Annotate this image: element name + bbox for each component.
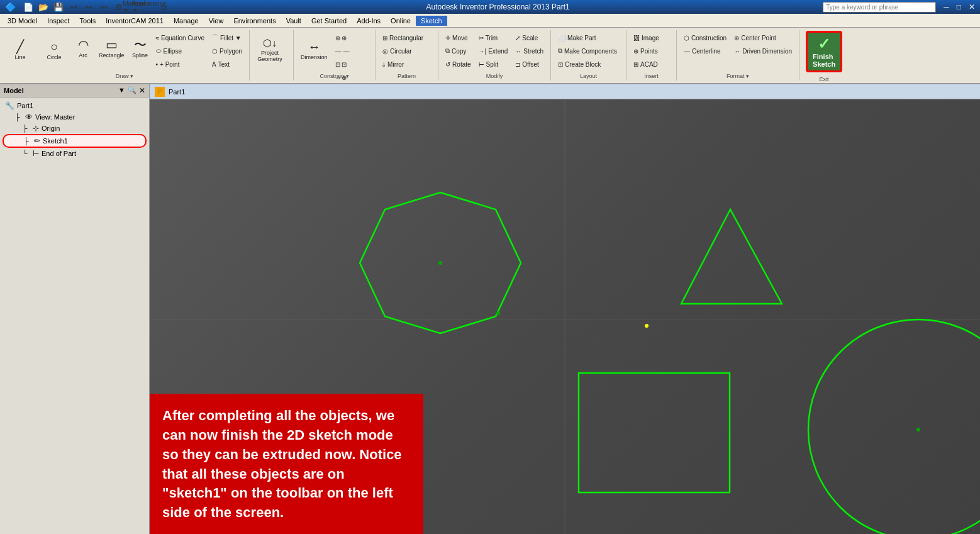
panel-search-icon[interactable]: 🔍 — [128, 86, 136, 95]
canvas-area[interactable]: P Part1 Aft — [150, 84, 980, 534]
titlebar-left: 🔷 📄 📂 💾 ↩ ↪ ↩ ⚙ Material ▼ Appearance ▼ … — [5, 1, 173, 13]
copy-button[interactable]: ⧉ Copy — [442, 45, 474, 57]
model-tree: 🔧 Part1 ├ 👁 View: Master ├ ⊹ Origin ├ ✏ … — [0, 97, 149, 534]
menu-environments[interactable]: Environments — [228, 16, 281, 26]
redo-button[interactable]: ↪ — [82, 1, 95, 13]
driven-dimension-button[interactable]: ↔ Driven Dimension — [731, 45, 795, 57]
project-geometry-group: ⬡↓ ProjectGeometry — [250, 30, 294, 81]
project-geometry-button[interactable]: ⬡↓ ProjectGeometry — [253, 31, 286, 69]
coincident-button[interactable]: ⊕ ⊕ — [332, 31, 353, 44]
tree-item-end-label: End of Part — [42, 150, 76, 157]
tree-item-end-of-part[interactable]: └ ⊢ End of Part — [3, 148, 147, 159]
extend-button[interactable]: →| Extend — [476, 45, 511, 57]
open-button[interactable]: 📂 — [37, 1, 50, 13]
spline-icon: 〜 — [134, 38, 147, 51]
pattern-label: Pattern — [376, 73, 438, 79]
fillet-button[interactable]: ⌒Fillet ▼ — [209, 31, 245, 44]
dimension-button[interactable]: ↔ Dimension — [298, 31, 331, 69]
circle-button[interactable]: ○ Circle — [38, 31, 70, 69]
trim-button[interactable]: ✂ Trim — [476, 31, 511, 44]
part-icon: 🔧 — [5, 101, 14, 110]
maximize-button[interactable]: □ — [957, 3, 961, 11]
rectangle-button[interactable]: ▭ Rectangle — [96, 31, 128, 65]
search-input[interactable] — [823, 2, 936, 13]
undo2-button[interactable]: ↩ — [97, 1, 110, 13]
centerline-button[interactable]: — Centerline — [681, 45, 730, 57]
formula-button[interactable]: fx — [158, 1, 170, 13]
move-button[interactable]: ✛ Move — [442, 31, 474, 44]
menu-inventorcam[interactable]: InventorCAM 2011 — [101, 16, 169, 26]
stretch-button[interactable]: ↔ Stretch — [512, 45, 547, 57]
save-button[interactable]: 💾 — [52, 1, 65, 13]
point-button[interactable]: •+ Point — [153, 58, 208, 70]
scale-button[interactable]: ⤢ Scale — [512, 31, 547, 44]
image-button[interactable]: 🖼 Image — [630, 31, 662, 44]
pattern-group: ⊞ Rectangular ◎ Circular ⫰ Mirror Patter… — [376, 30, 438, 81]
spline-button[interactable]: 〜 Spline — [129, 31, 152, 65]
circular-button[interactable]: ◎ Circular — [379, 45, 426, 57]
split-button[interactable]: ⊢ Split — [476, 58, 511, 70]
ellipse-button[interactable]: ⬭Ellipse — [153, 45, 208, 57]
new-button[interactable]: 📄 — [22, 1, 35, 13]
format-tools: ⬡ Construction — Centerline ⊕ Center Poi… — [681, 31, 795, 79]
octagon-point — [496, 311, 500, 315]
collinear-button[interactable]: — — — [332, 45, 353, 57]
menu-sketch[interactable]: Sketch — [416, 16, 447, 26]
points-button[interactable]: ⊕ Points — [630, 45, 662, 57]
tree-item-origin-label: Origin — [42, 125, 60, 132]
construction-button[interactable]: ⬡ Construction — [681, 31, 730, 44]
titlebar: 🔷 📄 📂 💾 ↩ ↪ ↩ ⚙ Material ▼ Appearance ▼ … — [0, 0, 980, 14]
tree-item-view-master[interactable]: ├ 👁 View: Master — [3, 111, 147, 123]
rotate-button[interactable]: ↺ Rotate — [442, 58, 474, 70]
tree-item-origin[interactable]: ├ ⊹ Origin — [3, 123, 147, 134]
constrain-tools: ↔ Dimension ⊕ ⊕ — — ⊡ ⊡ ↔⊕ — [298, 31, 352, 92]
rectangular-button[interactable]: ⊞ Rectangular — [379, 31, 426, 44]
main-area: Model ▼ 🔍 ✕ 🔧 Part1 ├ 👁 View: Master ├ — [0, 84, 980, 534]
menu-tools[interactable]: Tools — [75, 16, 101, 26]
menu-manage[interactable]: Manage — [169, 16, 204, 26]
modify-col3: ⤢ Scale ↔ Stretch ⊐ Offset — [512, 31, 547, 70]
constrain-label: Constrain ▾ — [294, 73, 375, 79]
menu-online[interactable]: Online — [386, 16, 416, 26]
finish-sketch-button[interactable]: ✓ FinishSketch — [806, 31, 842, 72]
annotation-text: After completing all the objects, we can… — [162, 408, 402, 520]
offset-button[interactable]: ⊐ Offset — [512, 58, 547, 70]
menu-3dmodel[interactable]: 3D Model — [3, 16, 42, 26]
menu-view[interactable]: View — [204, 16, 229, 26]
create-block-button[interactable]: ⊡ Create Block — [555, 58, 620, 70]
appearance-dropdown[interactable]: Appearance ▼ — [143, 1, 155, 13]
tree-item-sketch1[interactable]: ├ ✏ Sketch1 — [3, 134, 147, 148]
ribbon-content: ╱ Line ○ Circle ◠ Arc ▭ Rectangle 〜 Sp — [0, 28, 980, 83]
close-button[interactable]: ✕ — [969, 3, 975, 11]
menu-vault[interactable]: Vault — [281, 16, 306, 26]
minimize-button[interactable]: ─ — [944, 3, 949, 11]
make-components-button[interactable]: ⧉ Make Components — [555, 45, 620, 57]
menu-inspect[interactable]: Inspect — [42, 16, 74, 26]
panel-controls: ▼ 🔍 ✕ — [118, 86, 145, 95]
polygon-button[interactable]: ⬡Polygon — [209, 45, 245, 57]
sketch-icon: ✏ — [34, 136, 40, 145]
app-logo-icon: 🔷 — [5, 2, 16, 12]
constrain-group: ↔ Dimension ⊕ ⊕ — — ⊡ ⊡ ↔⊕ Constrain ▾ — [294, 30, 376, 81]
tree-item-part1[interactable]: 🔧 Part1 — [3, 100, 147, 111]
format-col1: ⬡ Construction — Centerline — [681, 31, 730, 57]
text-button[interactable]: AText — [209, 58, 245, 70]
panel-dropdown-icon[interactable]: ▼ — [118, 86, 125, 95]
center-point-button[interactable]: ⊕ Center Point — [731, 31, 795, 44]
tree-item-view-label: View: Master — [35, 113, 75, 121]
make-part-button[interactable]: ⬜ Make Part — [555, 31, 620, 44]
menu-addins[interactable]: Add-Ins — [352, 16, 386, 26]
mirror-button[interactable]: ⫰ Mirror — [379, 58, 426, 70]
canvas-icon: P — [155, 87, 165, 97]
line-button[interactable]: ╱ Line — [4, 31, 36, 69]
modify-col2: ✂ Trim →| Extend ⊢ Split — [476, 31, 511, 70]
equation-curve-button[interactable]: ≈Equation Curve — [153, 31, 208, 44]
fix-button[interactable]: ⊡ ⊡ — [332, 58, 353, 70]
rectangle-icon: ▭ — [106, 38, 118, 51]
arc-button[interactable]: ◠ Arc — [72, 31, 94, 65]
panel-close-icon[interactable]: ✕ — [139, 86, 145, 95]
menu-getstarted[interactable]: Get Started — [306, 16, 352, 26]
undo-button[interactable]: ↩ — [67, 1, 80, 13]
acad-button[interactable]: ⊞ ACAD — [630, 58, 662, 70]
layout-col: ⬜ Make Part ⧉ Make Components ⊡ Create B… — [555, 31, 620, 70]
